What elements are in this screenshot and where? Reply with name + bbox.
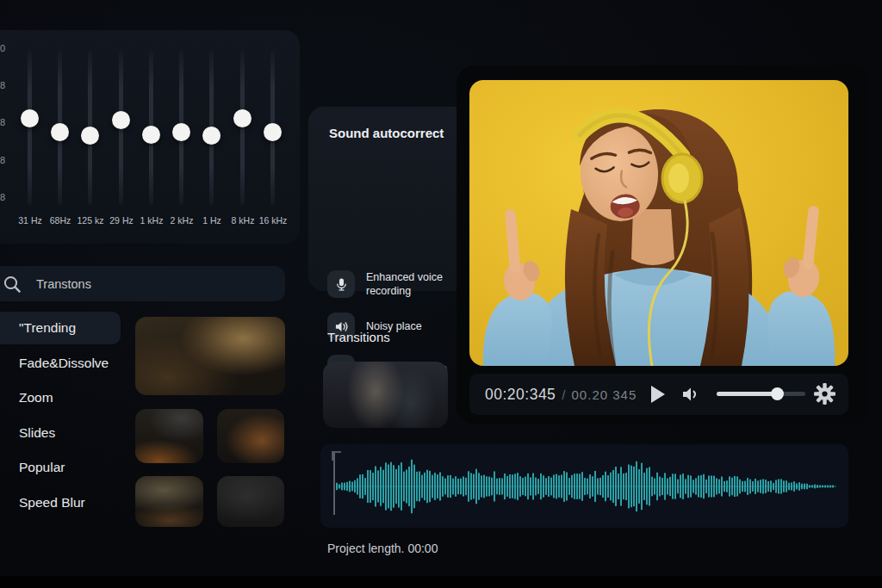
total-time: 00.20 345 [572,387,637,402]
microphone-icon [327,270,355,298]
menu-item-fade-dissolve[interactable]: Fade&Dissolve [19,351,109,375]
audio-waveform-panel[interactable] [320,444,848,528]
play-icon [649,385,666,404]
transition-thumbnail-large[interactable] [135,317,285,395]
eq-slider-knob[interactable] [172,123,190,141]
transition-thumbnail[interactable] [217,409,284,463]
eq-band-label: 1 kHz [136,215,167,226]
eq-band-1khz[interactable]: 1 kHz [136,50,167,246]
equalizer-panel: 0 8 8 8 8 31 Hz 68Hz 125 kz 29 Hz 1 kHz … [0,30,300,244]
eq-slider-knob[interactable] [21,109,39,127]
menu-item-zoom[interactable]: Zoom [19,386,53,410]
eq-slider-knob[interactable] [264,123,282,141]
singing-woman-video-frame [469,80,848,366]
menu-item-trending[interactable]: "Trending [19,316,76,340]
audio-waveform[interactable] [336,449,836,523]
eq-band-label: 2 kHz [166,215,197,226]
search-bar[interactable] [0,266,285,301]
current-time: 00:20:345 [485,386,556,404]
eq-slider-track[interactable] [240,50,245,205]
playback-controls-bar: 00:20:345 / 00.20 345 [469,374,848,415]
eq-scale-label: 8 [0,80,5,90]
transition-preview-thumbnail[interactable] [323,362,448,428]
volume-icon [680,385,701,404]
transition-thumbnail[interactable] [135,409,203,463]
menu-item-popular[interactable]: Popular [19,455,65,480]
settings-button[interactable] [813,382,836,405]
eq-band-16khz[interactable]: 16 kHz [258,50,289,246]
eq-band-8khz[interactable]: 8 kHz [227,50,258,246]
eq-band-68hz[interactable]: 68Hz [45,50,76,246]
eq-scale-label: 8 [0,155,5,165]
eq-slider-knob[interactable] [142,126,160,144]
bottom-edge-bar [0,576,882,588]
sound-option-enhanced-voice[interactable]: Enhanced voice recording [327,270,475,299]
volume-slider-knob[interactable] [771,387,784,400]
play-button[interactable] [643,381,671,408]
eq-band-label: 16 kHz [258,215,289,226]
eq-band-2khz[interactable]: 2 kHz [166,50,197,246]
video-editor-window: 0 8 8 8 8 31 Hz 68Hz 125 kz 29 Hz 1 kHz … [0,0,882,588]
menu-item-speed-blur[interactable]: Speed Blur [19,491,85,515]
eq-band-label: 1 Hz [196,215,227,226]
eq-slider-knob[interactable] [81,127,99,145]
sound-autocorrect-title: Sound autocorrect [329,126,444,140]
project-length-label: Project length. 00:00 [327,542,438,555]
transition-thumbnail[interactable] [217,476,284,527]
video-preview[interactable] [469,80,848,366]
menu-item-slides[interactable]: Slides [19,421,55,445]
eq-band-label: 125 kz [75,215,106,226]
eq-band-29hz[interactable]: 29 Hz [106,50,137,246]
volume-button[interactable] [680,385,703,404]
eq-slider-knob[interactable] [202,127,220,145]
time-separator: / [562,387,565,402]
volume-slider[interactable] [717,392,805,396]
transition-thumbnail[interactable] [135,476,203,527]
waveform-playhead[interactable] [333,453,335,515]
eq-slider-knob[interactable] [112,111,130,129]
eq-band-31hz[interactable]: 31 Hz [15,50,46,246]
eq-band-label: 68Hz [45,215,76,226]
volume-slider-fill [717,392,777,396]
eq-band-125[interactable]: 125 kz [75,50,106,246]
eq-slider-knob[interactable] [51,123,69,141]
settings-gear-icon [813,382,836,405]
eq-scale-label: 8 [0,117,5,127]
search-input[interactable] [34,276,245,292]
eq-scale-label: 8 [0,192,5,202]
transitions-section-title: Transitions [327,330,390,344]
eq-band-1hz[interactable]: 1 Hz [196,50,227,246]
eq-band-label: 31 Hz [15,215,46,226]
eq-band-label: 29 Hz [106,215,137,226]
timecode: 00:20:345 / 00.20 345 [485,374,637,415]
video-player-panel: 00:20:345 / 00.20 345 [457,65,868,424]
eq-scale-label: 0 [0,43,5,53]
eq-band-label: 8 kHz [227,215,258,226]
eq-slider-knob[interactable] [233,109,252,127]
search-icon [3,275,22,294]
